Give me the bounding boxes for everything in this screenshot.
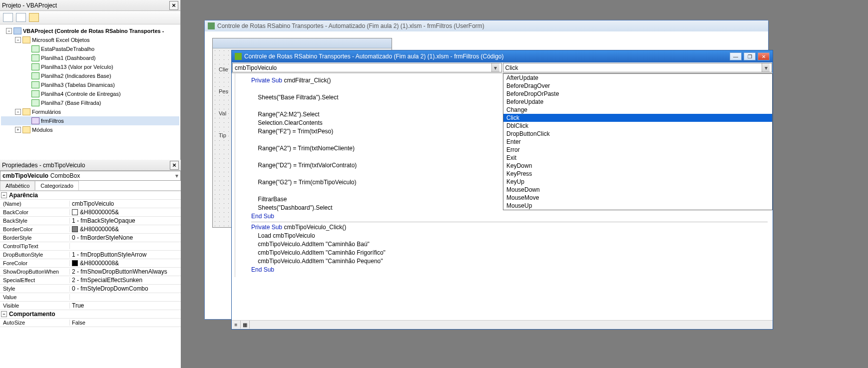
object-combo-value: cmbTipoVeiculo [235, 64, 277, 71]
form-label: Val [219, 110, 226, 116]
dropdown-item[interactable]: BeforeUpdate [503, 98, 772, 106]
userform-titlebar[interactable]: Controle de Rotas RSabino Transportes - … [205, 20, 768, 31]
tree-folder-forms[interactable]: −Formulários [1, 107, 179, 116]
property-row[interactable]: ForeColor&H80000008& [0, 259, 181, 268]
dropdown-item[interactable]: BeforeDragOver [503, 82, 772, 90]
category-appearance[interactable]: −Aparência [0, 191, 181, 200]
dropdown-item[interactable]: MouseUp [503, 202, 772, 210]
tree-item[interactable]: EstaPastaDeTrabalho [1, 44, 179, 53]
close-icon[interactable]: × [170, 161, 179, 170]
view-code-icon[interactable] [3, 13, 13, 22]
tree-root[interactable]: −VBAProject (Controle de Rotas RSabino T… [1, 26, 179, 35]
tree-item[interactable]: Planilha3 (Tabelas Dinamicas) [1, 80, 179, 89]
chevron-down-icon[interactable]: ▾ [762, 63, 770, 72]
chevron-down-icon[interactable]: ▾ [491, 63, 499, 72]
property-value[interactable]: cmbTipoVeiculo [70, 200, 181, 207]
color-swatch [72, 226, 78, 232]
mdi-client-area: Controle de Rotas RSabino Transportes - … [181, 0, 868, 368]
tree-item[interactable]: Planilha4 (Controle de Entregas) [1, 89, 179, 98]
tree-item[interactable]: Planilha13 (Valor por Veículo) [1, 62, 179, 71]
property-value[interactable]: 1 - fmDropButtonStyleArrow [70, 251, 181, 258]
object-combo[interactable]: cmbTipoVeiculo ▾ [232, 63, 502, 72]
collapse-icon[interactable]: − [15, 109, 21, 115]
tree-item[interactable]: Planilha2 (Indicadores Base) [1, 71, 179, 80]
sheet-icon [31, 54, 39, 61]
collapse-icon[interactable]: − [15, 37, 21, 43]
property-row[interactable]: ShowDropButtonWhen2 - fmShowDropButtonWh… [0, 268, 181, 276]
property-value[interactable]: 0 - fmBorderStyleNone [70, 234, 181, 241]
tab-alphabetic[interactable]: Alfabético [0, 181, 35, 190]
procedure-combo-value: Click [505, 64, 518, 71]
code-titlebar[interactable]: Controle de Rotas RSabino Transportes - … [232, 50, 773, 62]
property-value[interactable]: 2 - fmShowDropButtonWhenAlways [70, 268, 181, 275]
expand-icon[interactable]: + [15, 127, 21, 133]
property-value[interactable]: &H80000008& [70, 260, 181, 267]
property-value[interactable]: &H80000006& [70, 226, 181, 233]
property-name: Value [0, 294, 70, 300]
dropdown-item[interactable]: MouseMove [503, 194, 772, 202]
dropdown-item[interactable]: BeforeDropOrPaste [503, 90, 772, 98]
tree-item[interactable]: Planilha1 (Dashboard) [1, 53, 179, 62]
dropdown-item[interactable]: Change [503, 106, 772, 114]
project-panel-title: Projeto - VBAProject [2, 2, 57, 9]
code-window[interactable]: Controle de Rotas RSabino Transportes - … [231, 50, 773, 330]
dropdown-item[interactable]: Error [503, 146, 772, 154]
toggle-folders-icon[interactable] [29, 13, 39, 22]
tab-categorized[interactable]: Categorizado [35, 181, 78, 190]
dropdown-item[interactable]: Exit [503, 154, 772, 162]
property-value[interactable]: 2 - fmSpecialEffectSunken [70, 277, 181, 284]
dropdown-item[interactable]: KeyDown [503, 162, 772, 170]
collapse-icon[interactable]: − [1, 192, 7, 198]
property-row[interactable]: BorderStyle0 - fmBorderStyleNone [0, 234, 181, 242]
category-behavior[interactable]: −Comportamento [0, 310, 181, 319]
property-row[interactable]: ControlTipText [0, 242, 181, 251]
tree-item-frmfiltros[interactable]: frmFiltros [1, 116, 179, 125]
property-value[interactable]: &H80000005& [70, 209, 181, 216]
collapse-icon[interactable]: − [6, 28, 12, 34]
close-button[interactable]: ✕ [758, 52, 770, 60]
project-panel-header: Projeto - VBAProject × [0, 0, 180, 11]
property-row[interactable]: DropButtonStyle1 - fmDropButtonStyleArro… [0, 251, 181, 259]
view-object-icon[interactable] [16, 13, 26, 22]
properties-panel: Propriedades - cmbTipoVeiculo × cmbTipoV… [0, 160, 181, 368]
tree-folder-excel-objects[interactable]: −Microsoft Excel Objetos [1, 35, 179, 44]
dropdown-item[interactable]: KeyPress [503, 170, 772, 178]
maximize-button[interactable]: ❐ [744, 52, 756, 60]
property-row[interactable]: BorderColor&H80000006& [0, 225, 181, 234]
close-icon[interactable]: × [169, 1, 178, 10]
project-tree[interactable]: −VBAProject (Controle de Rotas RSabino T… [0, 24, 180, 162]
dropdown-item[interactable]: Enter [503, 138, 772, 146]
property-row[interactable]: BackColor&H80000005& [0, 208, 181, 217]
minimize-button[interactable]: — [730, 52, 742, 60]
dropdown-item[interactable]: KeyUp [503, 178, 772, 186]
property-value[interactable]: 0 - fmStyleDropDownCombo [70, 285, 181, 292]
property-row[interactable]: SpecialEffect2 - fmSpecialEffectSunken [0, 276, 181, 285]
full-module-view-button[interactable]: ▦ [241, 321, 250, 329]
procedure-view-button[interactable]: ≡ [232, 321, 241, 329]
property-name: BorderColor [0, 226, 70, 232]
property-row[interactable]: AutoSizeFalse [0, 319, 181, 327]
procedure-dropdown[interactable]: AfterUpdateBeforeDragOverBeforeDropOrPas… [503, 73, 773, 210]
property-row[interactable]: Style0 - fmStyleDropDownCombo [0, 285, 181, 293]
dropdown-item[interactable]: MouseDown [503, 186, 772, 194]
property-value[interactable]: True [70, 302, 181, 309]
property-name: SpecialEffect [0, 277, 70, 283]
workbook-icon [31, 45, 39, 52]
property-name: ControlTipText [0, 243, 70, 249]
form-label: Pes [219, 88, 228, 94]
dropdown-item[interactable]: DropButtonClick [503, 130, 772, 138]
dropdown-item[interactable]: AfterUpdate [503, 74, 772, 82]
tree-folder-modules[interactable]: +Módulos [1, 125, 179, 134]
tree-item[interactable]: Planilha7 (Base Filtrada) [1, 98, 179, 107]
property-row[interactable]: Value [0, 293, 181, 302]
dropdown-item[interactable]: DblClick [503, 122, 772, 130]
properties-grid[interactable]: −Aparência (Name)cmbTipoVeiculoBackColor… [0, 191, 181, 346]
property-value[interactable]: 1 - fmBackStyleOpaque [70, 217, 181, 224]
property-row[interactable]: (Name)cmbTipoVeiculo [0, 200, 181, 208]
collapse-icon[interactable]: − [1, 311, 7, 317]
procedure-combo[interactable]: Click ▾ [503, 63, 773, 72]
object-selector[interactable]: cmbTipoVeiculo ComboBox ▾ [0, 171, 181, 181]
property-row[interactable]: VisibleTrue [0, 302, 181, 310]
dropdown-item[interactable]: Click [503, 114, 772, 122]
property-row[interactable]: BackStyle1 - fmBackStyleOpaque [0, 217, 181, 225]
